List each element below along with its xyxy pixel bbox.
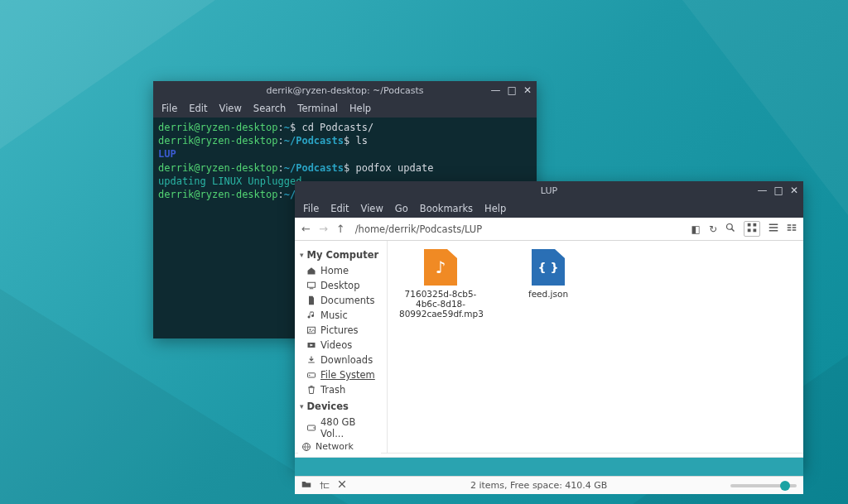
fm-menubar: File Edit View Go Bookmarks Help [295,199,803,218]
nav-up-button[interactable]: ↑ [336,223,345,235]
sidebar-item-network[interactable]: Network [298,439,381,454]
reload-icon[interactable]: ↻ [709,223,717,235]
terminal-title: derrik@ryzen-desktop: ~/Podcasts [153,85,537,96]
view-compact-button[interactable] [787,223,797,235]
sidebar-item-videos[interactable]: Videos [298,338,383,353]
file-label: feed.json [507,289,590,299]
view-list-button[interactable] [768,223,778,235]
svg-point-18 [310,329,311,330]
sidebar-item-trash[interactable]: Trash [298,382,383,397]
file-manager-window: LUP — □ ✕ File Edit View Go Bookmarks He… [295,181,803,471]
nav-forward-button: → [319,223,328,235]
svg-rect-12 [793,224,797,226]
search-icon[interactable] [725,223,735,235]
fm-titlebar[interactable]: LUP — □ ✕ [295,181,803,199]
sidebar-item-file-system[interactable]: File System [298,367,383,382]
status-text: 2 items, Free space: 410.4 GB [355,480,722,491]
svg-line-1 [732,229,735,232]
menu-view[interactable]: View [361,203,383,214]
svg-point-0 [727,224,733,230]
sidebar-header[interactable]: My Computer [300,249,382,261]
sidebar-item-documents[interactable]: Documents [298,293,383,308]
maximize-button[interactable]: □ [508,85,517,95]
svg-rect-3 [754,223,757,227]
svg-rect-2 [748,223,751,227]
nav-back-button[interactable]: ← [301,223,311,235]
menu-terminal[interactable]: Terminal [297,103,338,114]
fm-content[interactable]: 7160325d-8cb5-4b6c-8d18-80992cae59df.mp3… [388,241,803,453]
fm-divider: Network [295,453,803,458]
view-icons-button[interactable] [744,221,760,237]
location-bar[interactable]: /home/derrik/Podcasts/LUP [352,223,685,235]
menu-go[interactable]: Go [395,203,408,214]
svg-point-23 [313,427,315,429]
fm-gap [295,458,803,476]
svg-rect-20 [308,373,316,377]
menu-help[interactable]: Help [484,203,506,214]
tab-toggle-icon[interactable]: ◧ [691,223,701,235]
sidebar-item-pictures[interactable]: Pictures [298,323,383,338]
menu-bookmarks[interactable]: Bookmarks [420,203,473,214]
menu-file[interactable]: File [161,103,177,114]
menu-edit[interactable]: Edit [330,203,349,214]
minimize-button[interactable]: — [758,185,768,195]
fm-toolbar: ← → ↑ /home/derrik/Podcasts/LUP ◧ ↻ [295,218,803,241]
svg-rect-4 [748,229,751,233]
file-item[interactable]: 7160325d-8cb5-4b6c-8d18-80992cae59df.mp3 [399,249,482,319]
menu-view[interactable]: View [219,103,242,114]
sidebar-item-home[interactable]: Home [298,263,383,278]
svg-rect-13 [793,227,797,228]
fm-title: LUP [295,185,803,196]
svg-rect-5 [754,229,757,233]
svg-rect-15 [308,282,316,287]
sidebar-item-music[interactable]: Music [298,308,383,323]
sidebar-item-downloads[interactable]: Downloads [298,353,383,367]
svg-rect-14 [793,229,797,231]
fm-sidebar: My ComputerHomeDesktopDocumentsMusicPict… [295,241,388,453]
close-sidebar-icon[interactable] [337,479,347,492]
svg-rect-11 [788,229,792,231]
svg-rect-9 [788,224,792,226]
sidebar-item-desktop[interactable]: Desktop [298,278,383,293]
svg-rect-10 [788,227,792,228]
menu-edit[interactable]: Edit [189,103,207,114]
sidebar-item-480-gb-vol-[interactable]: 480 GB Vol... [298,415,383,441]
fm-statusbar: †⊏ 2 items, Free space: 410.4 GB [295,476,803,494]
menu-search[interactable]: Search [253,103,287,114]
close-button[interactable]: ✕ [790,185,798,195]
file-item[interactable]: feed.json [507,249,590,299]
svg-rect-6 [769,224,778,226]
sidebar-header[interactable]: Devices [300,401,382,412]
mp3-file-icon [424,249,457,286]
zoom-slider[interactable] [730,484,797,487]
minimize-button[interactable]: — [491,85,501,95]
svg-point-21 [309,375,311,377]
menu-help[interactable]: Help [349,103,371,114]
svg-rect-7 [769,227,778,228]
terminal-menubar: File Edit View Search Terminal Help [153,99,537,118]
toggle-tree-icon[interactable]: †⊏ [320,481,329,490]
json-file-icon [532,249,565,286]
maximize-button[interactable]: □ [774,185,783,195]
close-button[interactable]: ✕ [523,85,532,95]
svg-rect-8 [769,230,778,232]
toggle-places-icon[interactable] [301,479,311,492]
file-label: 7160325d-8cb5-4b6c-8d18-80992cae59df.mp3 [399,289,482,319]
menu-file[interactable]: File [303,203,319,214]
terminal-titlebar[interactable]: derrik@ryzen-desktop: ~/Podcasts — □ ✕ [153,81,537,99]
